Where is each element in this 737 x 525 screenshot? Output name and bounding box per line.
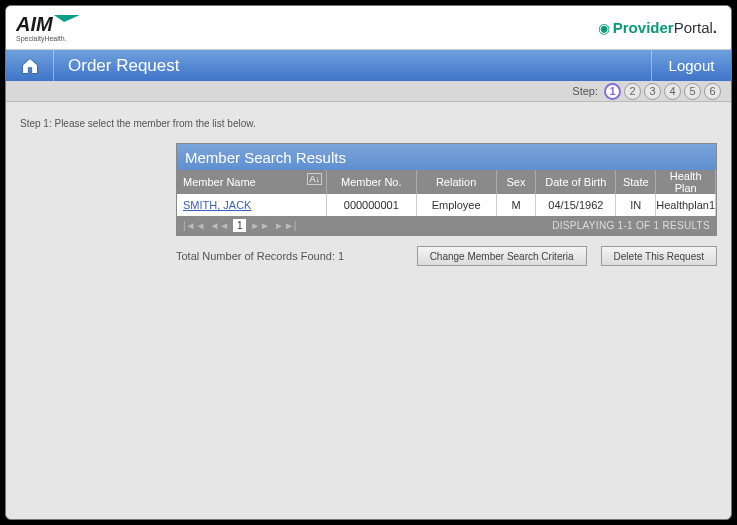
col-member-name[interactable]: Member Name A↓ — [177, 170, 326, 194]
portal-text: Portal — [674, 19, 713, 36]
step-5[interactable]: 5 — [684, 83, 701, 100]
total-records: Total Number of Records Found: 1 — [176, 250, 403, 262]
svg-marker-1 — [54, 15, 80, 22]
delete-request-button[interactable]: Delete This Request — [601, 246, 717, 266]
pager: |◄◄ ◄◄ 1 ►► ►►| DISPLAYING 1-1 OF 1 RESU… — [177, 216, 716, 235]
home-icon — [20, 56, 40, 76]
svg-text:AIM: AIM — [16, 13, 54, 35]
panel-title: Member Search Results — [177, 144, 716, 170]
pager-first-icon[interactable]: |◄◄ — [183, 220, 205, 231]
globe-icon: ◉ — [598, 20, 610, 36]
cell-state: IN — [616, 194, 656, 216]
pager-display-text: DISPLAYING 1-1 OF 1 RESULTS — [552, 220, 710, 231]
member-search-panel: Member Search Results Member Name A↓ — [176, 143, 717, 236]
results-table: Member Name A↓ Member No. Relation Sex D… — [177, 170, 716, 216]
home-button[interactable] — [6, 50, 54, 81]
step-3[interactable]: 3 — [644, 83, 661, 100]
step-6[interactable]: 6 — [704, 83, 721, 100]
below-panel: Total Number of Records Found: 1 Change … — [176, 246, 717, 266]
col-dob[interactable]: Date of Birth — [536, 170, 616, 194]
provider-portal-logo: ◉ ProviderPortal. — [598, 19, 717, 36]
col-state[interactable]: State — [616, 170, 656, 194]
pager-prev-icon[interactable]: ◄◄ — [209, 220, 229, 231]
brand-header: AIM SpecialtyHealth. ◉ ProviderPortal. — [6, 6, 731, 50]
step-4[interactable]: 4 — [664, 83, 681, 100]
step-2[interactable]: 2 — [624, 83, 641, 100]
cell-member-no: 000000001 — [326, 194, 416, 216]
pager-current-page: 1 — [233, 219, 246, 232]
step-label: Step: — [572, 85, 598, 97]
col-health-plan[interactable]: Health Plan — [656, 170, 716, 194]
page-title: Order Request — [54, 50, 651, 81]
portal-dot: . — [713, 19, 717, 36]
app-window: AIM SpecialtyHealth. ◉ ProviderPortal. O… — [5, 5, 732, 520]
pager-last-icon[interactable]: ►►| — [274, 220, 296, 231]
navbar: Order Request Logout — [6, 50, 731, 81]
logout-button[interactable]: Logout — [651, 50, 731, 81]
cell-sex: M — [496, 194, 536, 216]
change-criteria-button[interactable]: Change Member Search Criteria — [417, 246, 587, 266]
cell-health-plan: Healthplan1 — [656, 194, 716, 216]
step-instruction: Step 1: Please select the member from th… — [6, 102, 731, 143]
provider-text: Provider — [613, 19, 674, 36]
step-indicator: Step: 1 2 3 4 5 6 — [6, 81, 731, 102]
cell-relation: Employee — [416, 194, 496, 216]
cell-dob: 04/15/1962 — [536, 194, 616, 216]
main-content: Member Search Results Member Name A↓ — [6, 143, 731, 266]
col-relation[interactable]: Relation — [416, 170, 496, 194]
col-sex[interactable]: Sex — [496, 170, 536, 194]
svg-text:SpecialtyHealth.: SpecialtyHealth. — [16, 35, 67, 43]
table-row: SMITH, JACK 000000001 Employee M 04/15/1… — [177, 194, 716, 216]
table-header-row: Member Name A↓ Member No. Relation Sex D… — [177, 170, 716, 194]
step-1[interactable]: 1 — [604, 83, 621, 100]
col-member-no[interactable]: Member No. — [326, 170, 416, 194]
pager-next-icon[interactable]: ►► — [250, 220, 270, 231]
member-name-link[interactable]: SMITH, JACK — [183, 199, 251, 211]
aim-logo: AIM SpecialtyHealth. — [16, 13, 84, 43]
sort-icon[interactable]: A↓ — [307, 173, 322, 185]
